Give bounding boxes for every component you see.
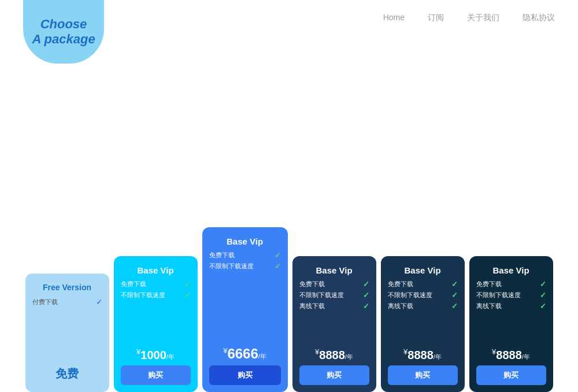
card-free-title: Free Version bbox=[43, 283, 91, 292]
feature-check-icon: ✓ bbox=[540, 280, 546, 289]
feature-check-icon: ✓ bbox=[451, 280, 458, 289]
feature-row-1: 免费下载 ✓ bbox=[476, 280, 546, 289]
card-base-featured: Base Vip 免费下载 ✓ 不限制下载速度 ✓ ¥6666/年 购买 bbox=[202, 227, 288, 392]
feature-row-1: 免费下载 ✓ bbox=[299, 280, 369, 289]
dark1-price: ¥8888/年 bbox=[315, 347, 353, 362]
feature-check-icon: ✓ bbox=[540, 291, 546, 299]
card-base-dark2: Base Vip 免费下载 ✓ 不限制下载速度 ✓ 离线下载 ✓ ¥8888/年… bbox=[381, 256, 465, 392]
feature-text: 免费下载 bbox=[209, 251, 235, 260]
card-base-light: Base Vip 免费下载 ✓ 不限制下载速度 ✓ ¥1000/年 购买 bbox=[114, 256, 198, 392]
feature-check-icon: ✓ bbox=[451, 291, 458, 299]
feature-text: 离线下载 bbox=[299, 302, 325, 310]
card-free: Free Version 付费下载 ✓ 免费 bbox=[25, 273, 109, 392]
nav-about[interactable]: 关于我们 bbox=[467, 13, 499, 23]
dark1-price-section: ¥8888/年 bbox=[315, 347, 353, 362]
feature-check-icon: ✓ bbox=[363, 302, 369, 310]
featured-price: ¥6666/年 bbox=[223, 346, 266, 362]
feature-row-2: 不限制下载速度 ✓ bbox=[388, 291, 458, 299]
feature-text: 不限制下载速度 bbox=[476, 291, 521, 299]
card-featured-title: Base Vip bbox=[227, 236, 263, 246]
feature-check-icon: ✓ bbox=[184, 291, 191, 299]
feature-row-1: 免费下载 ✓ bbox=[121, 280, 191, 289]
feature-text: 不限制下载速度 bbox=[209, 262, 254, 271]
feature-text: 不限制下载速度 bbox=[121, 291, 165, 299]
featured-price-section: ¥6666/年 bbox=[223, 346, 266, 362]
feature-text: 离线下载 bbox=[476, 302, 502, 310]
card-dark1-title: Base Vip bbox=[316, 265, 352, 275]
feature-row-1: 免费下载 ✓ bbox=[209, 251, 281, 260]
buy-button-light[interactable]: 购买 bbox=[121, 365, 191, 385]
feature-text: 免费下载 bbox=[121, 280, 146, 289]
feature-text: 不限制下载速度 bbox=[388, 291, 432, 299]
free-price-section: 免费 bbox=[55, 366, 79, 382]
header: Choose A package Home 订阅 关于我们 隐私协议 bbox=[0, 0, 578, 64]
logo-text: Choose A package bbox=[32, 17, 95, 47]
pricing-area: Free Version 付费下载 ✓ 免费 Base Vip 免费下载 ✓ 不… bbox=[0, 227, 578, 392]
buy-button-featured[interactable]: 购买 bbox=[209, 365, 281, 385]
card-dark2-title: Base Vip bbox=[404, 265, 440, 275]
card-darkest-title: Base Vip bbox=[492, 265, 529, 275]
card-base-dark1: Base Vip 免费下载 ✓ 不限制下载速度 ✓ 离线下载 ✓ ¥8888/年… bbox=[292, 256, 376, 392]
dark2-price-section: ¥8888/年 bbox=[403, 347, 442, 362]
card-base-darkest: Base Vip 免费下载 ✓ 不限制下载速度 ✓ 离线下载 ✓ ¥8888/年… bbox=[469, 256, 553, 392]
buy-button-darkest[interactable]: 购买 bbox=[476, 365, 546, 385]
card-featured-features: 免费下载 ✓ 不限制下载速度 ✓ bbox=[209, 251, 281, 340]
main-nav: Home 订阅 关于我们 隐私协议 bbox=[383, 0, 555, 23]
feature-check-icon: ✓ bbox=[363, 291, 369, 299]
feature-text: 免费下载 bbox=[476, 280, 502, 289]
feature-row: 付费下载 ✓ bbox=[32, 298, 102, 306]
feature-text: 免费下载 bbox=[299, 280, 325, 289]
light-price: ¥1000/年 bbox=[136, 347, 175, 362]
nav-home[interactable]: Home bbox=[383, 13, 405, 23]
nav-subscription[interactable]: 订阅 bbox=[428, 13, 444, 23]
feature-check-icon: ✓ bbox=[184, 280, 191, 289]
feature-row-1: 免费下载 ✓ bbox=[388, 280, 458, 289]
feature-row-2: 不限制下载速度 ✓ bbox=[121, 291, 191, 299]
card-dark1-features: 免费下载 ✓ 不限制下载速度 ✓ 离线下载 ✓ bbox=[299, 280, 369, 344]
feature-row-2: 不限制下载速度 ✓ bbox=[299, 291, 369, 299]
feature-text: 免费下载 bbox=[388, 280, 413, 289]
free-price: 免费 bbox=[55, 366, 79, 382]
card-free-features: 付费下载 ✓ bbox=[32, 298, 102, 363]
feature-check-icon: ✓ bbox=[96, 298, 102, 306]
feature-text: 离线下载 bbox=[388, 302, 413, 310]
light-price-section: ¥1000/年 bbox=[136, 347, 175, 362]
feature-text: 付费下载 bbox=[32, 298, 58, 306]
card-darkest-features: 免费下载 ✓ 不限制下载速度 ✓ 离线下载 ✓ bbox=[476, 280, 546, 344]
nav-privacy[interactable]: 隐私协议 bbox=[523, 13, 555, 23]
feature-row-3: 离线下载 ✓ bbox=[299, 302, 369, 310]
feature-check-icon: ✓ bbox=[363, 280, 369, 289]
feature-row-2: 不限制下载速度 ✓ bbox=[476, 291, 546, 299]
feature-row-3: 离线下载 ✓ bbox=[388, 302, 458, 310]
dark2-price: ¥8888/年 bbox=[403, 347, 442, 362]
feature-check-icon: ✓ bbox=[275, 262, 281, 271]
darkest-price: ¥8888/年 bbox=[492, 347, 530, 362]
card-dark2-features: 免费下载 ✓ 不限制下载速度 ✓ 离线下载 ✓ bbox=[388, 280, 458, 344]
feature-row-2: 不限制下载速度 ✓ bbox=[209, 262, 281, 271]
logo-badge: Choose A package bbox=[23, 0, 104, 64]
card-light-title: Base Vip bbox=[137, 265, 173, 275]
buy-button-dark2[interactable]: 购买 bbox=[388, 365, 458, 385]
feature-check-icon: ✓ bbox=[540, 302, 546, 310]
feature-check-icon: ✓ bbox=[275, 251, 281, 260]
feature-check-icon: ✓ bbox=[451, 302, 458, 310]
feature-text: 不限制下载速度 bbox=[299, 291, 344, 299]
logo-line2: A package bbox=[32, 32, 95, 46]
darkest-price-section: ¥8888/年 bbox=[492, 347, 530, 362]
buy-button-dark1[interactable]: 购买 bbox=[299, 365, 369, 385]
card-light-features: 免费下载 ✓ 不限制下载速度 ✓ bbox=[121, 280, 191, 344]
feature-row-3: 离线下载 ✓ bbox=[476, 302, 546, 310]
logo-line1: Choose bbox=[40, 17, 87, 31]
